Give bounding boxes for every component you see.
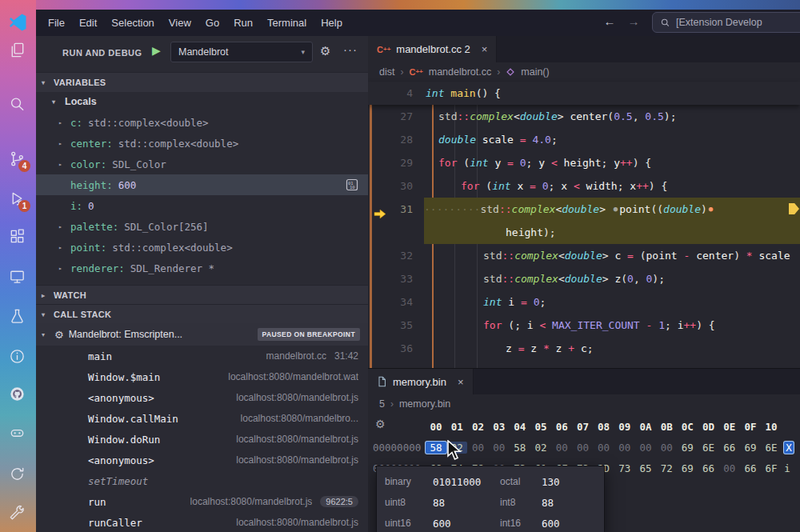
extensions-icon[interactable]: [8, 227, 27, 246]
call-stack-section-header[interactable]: ▾ CALL STACK: [36, 304, 368, 324]
hex-column-header: 00: [426, 421, 446, 433]
variable-row[interactable]: i:0: [36, 195, 368, 216]
hex-byte[interactable]: 00: [635, 442, 656, 454]
search-icon[interactable]: [8, 95, 27, 114]
close-icon[interactable]: ×: [482, 43, 488, 55]
hex-byte[interactable]: 69: [677, 462, 698, 474]
hex-byte[interactable]: 00: [467, 442, 488, 454]
hex-byte[interactable]: 00: [572, 442, 593, 454]
hex-byte[interactable]: 00: [656, 442, 677, 454]
stack-frame-row[interactable]: Window.$mainlocalhost:8080/mandelbrot.wa…: [36, 366, 368, 387]
variable-row[interactable]: ▸color:SDL_Color: [36, 154, 368, 174]
hex-byte[interactable]: 73: [614, 462, 635, 474]
stack-frame-row[interactable]: <anonymous>localhost:8080/mandelbrot.js: [36, 387, 368, 408]
github-icon[interactable]: [8, 385, 27, 404]
stack-frame-row[interactable]: runlocalhost:8080/mandelbrot.js9622:5: [36, 491, 368, 512]
hex-ascii-char[interactable]: X: [784, 442, 794, 454]
hex-byte[interactable]: 00: [551, 442, 572, 454]
line-number[interactable]: 29: [368, 151, 424, 174]
hex-byte[interactable]: 00: [719, 462, 740, 474]
hex-byte[interactable]: 6E: [761, 442, 782, 454]
line-number[interactable]: 36: [368, 337, 424, 360]
line-number[interactable]: 33: [368, 267, 424, 290]
hex-byte[interactable]: 69: [677, 442, 698, 454]
menu-edit[interactable]: Edit: [72, 10, 104, 36]
variable-row[interactable]: ▸palette:SDL_Color[256]: [36, 216, 368, 237]
hex-column-header: 02: [467, 421, 488, 433]
start-debugging-icon[interactable]: ▶: [152, 44, 161, 57]
stack-frame-row[interactable]: Window.callMainlocalhost:8080/mandelbro.…: [36, 408, 368, 429]
menu-help[interactable]: Help: [314, 10, 350, 36]
line-number[interactable]: 35: [368, 314, 424, 337]
more-actions-icon[interactable]: ···: [343, 42, 358, 56]
explorer-icon[interactable]: [8, 41, 27, 60]
line-number[interactable]: 30: [368, 174, 424, 198]
gear-icon[interactable]: ⚙: [320, 45, 330, 57]
hex-byte[interactable]: 58: [510, 442, 530, 454]
hex-byte[interactable]: 65: [635, 462, 656, 474]
view-binary-data-icon[interactable]: 0110: [346, 178, 358, 194]
sidebar-title: RUN AND DEBUG: [62, 48, 142, 58]
stack-frame-row[interactable]: mainmandelbrot.cc31:42: [36, 346, 368, 366]
variable-row[interactable]: ▸point:std::complex<double>: [36, 237, 368, 258]
debug-config-dropdown[interactable]: Mandelbrot ▾: [170, 42, 313, 62]
line-number[interactable]: [368, 221, 424, 244]
hex-column-header: 0D: [698, 421, 718, 433]
remote-explorer-icon[interactable]: [8, 267, 27, 286]
source-control-icon[interactable]: 4: [8, 150, 27, 169]
variable-row[interactable]: height:6000110: [36, 174, 368, 195]
debug-session-row[interactable]: ▾ ⚙ Mandelbrot: Emscripten... PAUSED ON …: [36, 323, 368, 346]
hex-byte[interactable]: 00: [594, 442, 614, 454]
hex-byte[interactable]: 6F: [761, 462, 782, 474]
hex-byte[interactable]: 00: [614, 442, 635, 454]
watch-section-header[interactable]: ▸ WATCH: [36, 285, 368, 305]
menu-go[interactable]: Go: [198, 10, 226, 36]
history-back-icon[interactable]: ←: [601, 14, 618, 28]
command-center-search[interactable]: [Extension Develop: [652, 12, 800, 33]
hex-byte[interactable]: 72: [656, 462, 677, 474]
line-number[interactable]: 28: [368, 128, 424, 151]
info-icon[interactable]: [8, 347, 27, 366]
hex-byte[interactable]: 6E: [698, 442, 718, 454]
variables-section-header[interactable]: ▾ VARIABLES: [36, 72, 368, 92]
line-number[interactable]: 32: [368, 244, 424, 267]
scope-locals[interactable]: ▾ Locals: [36, 91, 368, 112]
hex-byte[interactable]: 02: [446, 442, 467, 454]
menu-selection[interactable]: Selection: [104, 10, 161, 36]
variable-row[interactable]: ▸center:std::complex<double>: [36, 133, 368, 154]
stack-frame-row[interactable]: <anonymous>localhost:8080/mandelbrot.js: [36, 450, 368, 470]
hex-byte[interactable]: 02: [530, 442, 551, 454]
copilot-icon[interactable]: [8, 423, 27, 442]
sync-icon[interactable]: [8, 465, 27, 484]
hex-byte[interactable]: 66: [698, 462, 718, 474]
menu-file[interactable]: File: [41, 10, 72, 36]
variable-row[interactable]: ▸renderer:SDL_Renderer *: [36, 258, 368, 278]
variable-row[interactable]: scale:4: [36, 278, 368, 285]
stack-frame-row[interactable]: setTimeout: [36, 470, 368, 491]
variable-row[interactable]: ▸c:std::complex<double>: [36, 112, 368, 133]
call-stack-section-label: CALL STACK: [54, 310, 111, 319]
breadcrumb-item[interactable]: dist: [379, 66, 394, 78]
hex-ascii-char[interactable]: i: [784, 462, 790, 474]
menu-run[interactable]: Run: [226, 10, 260, 36]
inspector-value: 88: [433, 497, 500, 509]
breadcrumb-item[interactable]: main(): [521, 66, 549, 78]
history-forward-icon[interactable]: →: [625, 14, 642, 28]
tab-mandelbrot-cc[interactable]: C++ mandelbrot.cc 2 ×: [368, 36, 497, 62]
menu-terminal[interactable]: Terminal: [260, 10, 314, 36]
hex-byte[interactable]: 66: [719, 442, 740, 454]
line-number[interactable]: 27: [368, 105, 424, 128]
hex-byte[interactable]: 00: [489, 442, 510, 454]
stack-frame-row[interactable]: Window.doRunlocalhost:8080/mandelbrot.js: [36, 429, 368, 450]
hex-byte[interactable]: 69: [740, 442, 761, 454]
run-and-debug-icon[interactable]: 1: [8, 190, 27, 209]
stack-frame-row[interactable]: runCallerlocalhost:8080/mandelbrot.js: [36, 512, 368, 532]
hex-byte[interactable]: 66: [740, 462, 761, 474]
breadcrumb-item[interactable]: mandelbrot.cc: [429, 66, 492, 78]
hex-byte[interactable]: 58: [426, 442, 446, 454]
tools-icon[interactable]: [8, 503, 27, 522]
line-number[interactable]: 4: [368, 82, 424, 105]
line-number[interactable]: 34: [368, 290, 424, 314]
menu-view[interactable]: View: [162, 10, 198, 36]
testing-icon[interactable]: [8, 307, 27, 326]
